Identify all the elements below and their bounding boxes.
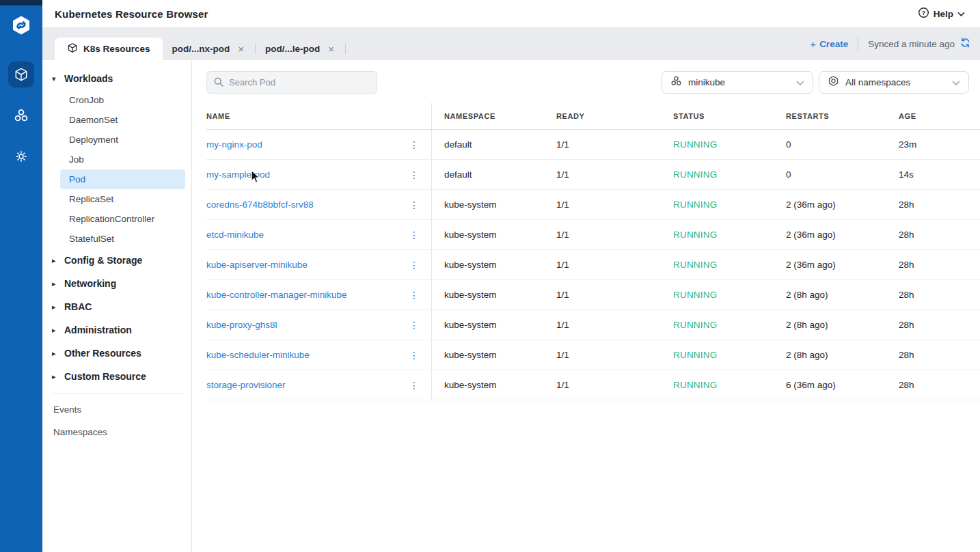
- ready-cell: 1/1: [556, 139, 673, 150]
- status-cell: RUNNING: [673, 320, 786, 330]
- sidebar-section[interactable]: ▸ Other Resources: [42, 342, 191, 365]
- kebab-menu-icon[interactable]: ⋮: [406, 139, 422, 151]
- name-cell: my-nginx-pod ⋮: [206, 130, 432, 159]
- rail-clusters-button[interactable]: [8, 102, 34, 128]
- synced-label: Synced a minute ago: [868, 39, 955, 49]
- caret-right-icon: ▸: [52, 256, 59, 265]
- pod-name-link[interactable]: kube-proxy-ghs8l: [206, 320, 277, 330]
- pod-name-link[interactable]: my-sample-pod: [206, 169, 270, 180]
- table-row[interactable]: kube-proxy-ghs8l ⋮ kube-system 1/1 RUNNI…: [206, 310, 980, 340]
- age-cell: 28h: [899, 290, 980, 300]
- caret-right-icon: ▸: [52, 279, 59, 288]
- restarts-cell: 0: [786, 169, 899, 180]
- section-label: RBAC: [64, 301, 92, 312]
- age-cell: 23m: [899, 139, 980, 150]
- svg-text:?: ?: [921, 9, 925, 16]
- sidebar-section[interactable]: ▸ RBAC: [42, 295, 191, 318]
- kebab-menu-icon[interactable]: ⋮: [406, 289, 422, 301]
- close-icon[interactable]: ×: [326, 42, 336, 55]
- section-label: Administration: [64, 325, 132, 335]
- sidebar-section-workloads[interactable]: ▾ Workloads: [42, 67, 191, 90]
- tab-pod[interactable]: pod/...nx-pod ×: [163, 38, 256, 60]
- namespace-cell: kube-system: [432, 290, 556, 300]
- sidebar-item[interactable]: ReplicaSet: [60, 189, 185, 209]
- kebab-menu-icon[interactable]: ⋮: [406, 379, 422, 391]
- sidebar-item-label: Deployment: [69, 135, 118, 145]
- create-button[interactable]: + Create: [810, 38, 848, 50]
- app-window: Kubernetes Resource Browser ? Help: [0, 0, 980, 552]
- sidebar-section[interactable]: ▸ Custom Resource: [42, 365, 191, 388]
- app-logo-icon: [10, 14, 32, 36]
- pod-name-link[interactable]: kube-scheduler-minikube: [206, 350, 310, 360]
- tab-label: K8s Resources: [83, 44, 150, 54]
- table-row[interactable]: my-nginx-pod ⋮ default 1/1 RUNNING 0 23m: [206, 130, 980, 160]
- column-header-age: AGE: [899, 112, 980, 120]
- sidebar-section[interactable]: ▸ Administration: [42, 318, 191, 342]
- search-input[interactable]: [206, 71, 377, 94]
- sidebar-item[interactable]: Namespaces: [42, 421, 191, 443]
- pod-name-link[interactable]: storage-provisioner: [206, 380, 286, 390]
- cluster-select[interactable]: minikube: [662, 71, 813, 94]
- restarts-cell: 2 (8h ago): [786, 350, 899, 360]
- close-icon[interactable]: ×: [236, 42, 246, 55]
- pod-name-link[interactable]: etcd-minikube: [206, 230, 264, 240]
- sidebar-item[interactable]: StatefulSet: [60, 229, 185, 249]
- table-row[interactable]: kube-controller-manager-minikube ⋮ kube-…: [206, 280, 980, 310]
- section-label: Workloads: [64, 73, 113, 84]
- table-body: my-nginx-pod ⋮ default 1/1 RUNNING 0 23m: [206, 130, 980, 400]
- namespace-select[interactable]: All namespaces: [819, 71, 969, 94]
- ready-cell: 1/1: [556, 290, 673, 300]
- sidebar-item[interactable]: Job: [60, 150, 185, 169]
- column-header-ready: READY: [556, 112, 673, 120]
- help-menu[interactable]: ? Help: [918, 7, 965, 21]
- sidebar-item-label: CronJob: [69, 95, 104, 105]
- kebab-menu-icon[interactable]: ⋮: [406, 229, 422, 241]
- table-row[interactable]: etcd-minikube ⋮ kube-system 1/1 RUNNING …: [206, 220, 980, 250]
- chevron-down-icon: [957, 8, 965, 20]
- app-logo: [10, 14, 33, 37]
- refresh-icon[interactable]: [960, 38, 970, 50]
- table-row[interactable]: kube-apiserver-minikube ⋮ kube-system 1/…: [206, 250, 980, 280]
- ready-cell: 1/1: [556, 260, 673, 270]
- kebab-menu-icon[interactable]: ⋮: [406, 349, 422, 361]
- kebab-menu-icon[interactable]: ⋮: [406, 259, 422, 271]
- status-cell: RUNNING: [673, 169, 786, 180]
- rail-settings-button[interactable]: [8, 143, 34, 169]
- sidebar-sections: ▸ Config & Storage ▸ Networking ▸ RBAC ▸…: [42, 249, 191, 388]
- rail-top-strip: [0, 0, 42, 5]
- cluster-value: minikube: [688, 77, 725, 87]
- tab-label: pod/...nx-pod: [172, 44, 230, 54]
- tab-pod[interactable]: pod/...le-pod ×: [256, 38, 346, 60]
- kebab-menu-icon[interactable]: ⋮: [406, 319, 422, 331]
- sidebar-item-label: StatefulSet: [69, 234, 114, 244]
- ready-cell: 1/1: [556, 169, 673, 180]
- table-row[interactable]: my-sample-pod ⋮ default 1/1 RUNNING 0 14…: [206, 160, 980, 190]
- pod-name-link[interactable]: kube-apiserver-minikube: [206, 260, 308, 270]
- tab-strip: K8s Resources pod/...nx-pod × pod/...le-…: [42, 27, 980, 60]
- pod-name-link[interactable]: coredns-674b8bbfcf-srv88: [206, 199, 314, 210]
- kebab-menu-icon[interactable]: ⋮: [406, 169, 422, 181]
- status-cell: RUNNING: [673, 290, 786, 300]
- sidebar-item[interactable]: DaemonSet: [60, 110, 185, 130]
- chevron-down-icon: [796, 77, 804, 89]
- sidebar-section[interactable]: ▸ Config & Storage: [42, 249, 191, 272]
- table-row[interactable]: coredns-674b8bbfcf-srv88 ⋮ kube-system 1…: [206, 190, 980, 220]
- sidebar-item[interactable]: CronJob: [60, 90, 185, 110]
- kebab-menu-icon[interactable]: ⋮: [406, 199, 422, 211]
- sidebar-item[interactable]: Pod: [60, 169, 185, 189]
- table-row[interactable]: storage-provisioner ⋮ kube-system 1/1 RU…: [206, 370, 980, 400]
- sidebar-item[interactable]: Deployment: [60, 130, 185, 150]
- pod-name-link[interactable]: my-nginx-pod: [206, 139, 262, 150]
- status-cell: RUNNING: [673, 139, 786, 150]
- sidebar-item-label: ReplicaSet: [69, 194, 113, 204]
- sidebar-item[interactable]: Events: [42, 398, 191, 421]
- age-cell: 28h: [899, 320, 980, 330]
- rail-resources-button[interactable]: [8, 61, 34, 87]
- tab-k8s-resources[interactable]: K8s Resources: [55, 38, 163, 60]
- pod-name-link[interactable]: kube-controller-manager-minikube: [206, 290, 347, 300]
- status-cell: RUNNING: [673, 380, 786, 390]
- sidebar-item-label: Events: [53, 404, 81, 415]
- sidebar-section[interactable]: ▸ Networking: [42, 272, 191, 295]
- sidebar-item[interactable]: ReplicationController: [60, 209, 185, 229]
- table-row[interactable]: kube-scheduler-minikube ⋮ kube-system 1/…: [206, 340, 980, 370]
